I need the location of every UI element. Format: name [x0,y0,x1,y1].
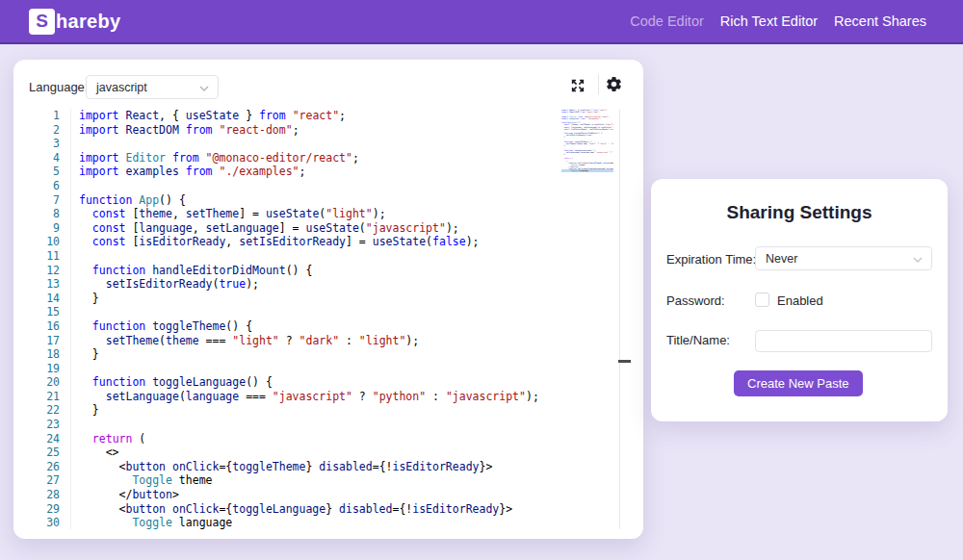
minimap-line: setLanguage(language === "javascript" ? … [561,151,613,153]
code-line: 12 function handleEditorDidMount() { [13,264,643,278]
line-number: 21 [13,390,60,404]
settings-title: Sharing Settings [651,202,948,223]
minimap-line: Toggle language [561,169,613,171]
app-header: Shareby Code Editor Rich Text Editor Rec… [0,0,963,44]
line-number: 2 [13,123,60,138]
code-line: 19 [13,362,643,376]
code-line: 18 } [13,347,643,362]
expiration-time-value: Never [766,252,797,266]
shareby-logo[interactable]: Shareby [29,9,120,35]
password-enabled-checkbox[interactable] [755,293,769,307]
overview-ruler-cursor-marker [618,360,631,363]
line-number: 6 [13,179,60,193]
code-line: 1import React, { useState } from "react"… [13,109,643,123]
overview-ruler[interactable] [619,109,620,529]
line-number: 14 [13,292,60,306]
nav-code-editor[interactable]: Code Editor [630,13,704,29]
language-select[interactable]: javascript [86,75,219,99]
header-nav: Code Editor Rich Text Editor Recent Shar… [630,13,926,29]
code-editor-card: Language: javascript 1import React, { us… [13,60,643,539]
minimap-content: import React, { useState } from "react";… [561,109,613,172]
code-line: 6 [13,179,643,193]
line-number: 4 [13,151,60,165]
line-number: 13 [13,277,60,292]
code-lines: 1import React, { useState } from "react"… [13,109,643,529]
code-line: 26 <button onClick={toggleTheme} disable… [13,460,643,474]
code-line: 29 <button onClick={toggleLanguage} disa… [13,502,643,517]
line-number: 3 [13,137,60,151]
code-line: 27 Toggle theme [13,473,643,488]
code-line: 2import ReactDOM from "react-dom"; [13,123,643,138]
code-line: 22 } [13,403,643,418]
code-line: 7function App() { [13,193,643,208]
code-line: 30 Toggle language [13,516,643,529]
line-number: 7 [13,193,60,208]
language-label: Language: [29,80,88,94]
password-enabled-label: Enabled [777,293,823,308]
line-number: 20 [13,375,60,390]
minimap-line: const [isEditorReady, setIsEditorReady] … [561,128,613,130]
line-number: 5 [13,165,60,179]
gutter-divider [70,109,71,529]
code-line: 28 </button> [13,488,643,502]
expiration-time-label: Expiration Time: [666,252,756,267]
line-number: 9 [13,221,60,236]
expiration-time-select[interactable]: Never [755,246,932,270]
line-number: 24 [13,432,60,446]
line-number: 22 [13,403,60,418]
code-line: 13 setIsEditorReady(true); [13,277,643,292]
code-line: 20 function toggleLanguage() { [13,375,643,390]
code-line: 4import Editor from "@monaco-editor/reac… [13,151,643,165]
line-number: 29 [13,502,60,517]
language-select-value: javascript [96,81,147,94]
code-line: 11 [13,249,643,264]
code-line: 3 [13,137,643,151]
line-number: 16 [13,319,60,334]
code-line: 8 const [theme, setTheme] = useState("li… [13,207,643,221]
line-number: 1 [13,109,60,123]
minimap-line: setTheme(theme === "light" ? "dark" : "l… [561,142,613,144]
code-line: 5import examples from "./examples"; [13,165,643,179]
line-number: 10 [13,235,60,249]
code-line: 15 [13,305,643,319]
code-line: 24 return ( [13,432,643,446]
chevron-down-icon [199,81,209,94]
fullscreen-icon[interactable] [570,78,586,97]
line-number: 12 [13,264,60,278]
line-number: 19 [13,362,60,376]
monaco-code-editor[interactable]: 1import React, { useState } from "react"… [13,109,643,529]
line-number: 8 [13,207,60,221]
password-label: Password: [666,293,725,308]
logo-text: hareby [56,11,120,33]
settings-gear-icon[interactable] [605,75,623,97]
line-number: 17 [13,334,60,348]
nav-recent-shares[interactable]: Recent Shares [834,13,926,29]
line-number: 18 [13,347,60,362]
code-line: 25 <> [13,445,643,460]
code-line: 17 setTheme(theme === "light" ? "dark" :… [13,334,643,348]
line-number: 27 [13,473,60,488]
sharing-settings-card: Sharing Settings Expiration Time: Never … [651,179,948,421]
title-name-input[interactable] [755,330,932,352]
logo-initial-badge: S [29,9,55,35]
chevron-down-icon [913,252,923,266]
line-number: 15 [13,305,60,319]
code-line: 16 function toggleTheme() { [13,319,643,334]
code-line: 10 const [isEditorReady, setIsEditorRead… [13,235,643,249]
toolbar-divider [598,74,599,94]
line-number: 30 [13,516,60,529]
line-number: 28 [13,488,60,502]
create-new-paste-button[interactable]: Create New Paste [734,370,863,396]
line-number: 23 [13,418,60,432]
nav-rich-text-editor[interactable]: Rich Text Editor [720,13,818,29]
line-number: 26 [13,460,60,474]
line-number: 11 [13,249,60,264]
code-line: 21 setLanguage(language === "javascript"… [13,390,643,404]
line-number: 25 [13,445,60,460]
code-line: 14 } [13,292,643,306]
title-name-label: Title/Name: [666,333,730,347]
minimap[interactable]: import React, { useState } from "react";… [561,109,613,176]
code-line: 23 [13,418,643,432]
code-line: 9 const [language, setLanguage] = useSta… [13,221,643,236]
